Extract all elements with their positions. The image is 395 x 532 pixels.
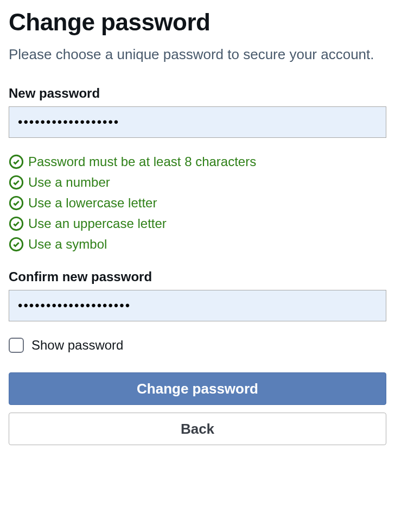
requirement-text: Password must be at least 8 characters: [28, 154, 256, 169]
requirement-text: Use a symbol: [28, 237, 107, 252]
show-password-label[interactable]: Show password: [31, 338, 123, 353]
requirement-item: Use a lowercase letter: [9, 195, 386, 211]
requirement-item: Use a number: [9, 175, 386, 190]
requirement-text: Use a number: [28, 175, 110, 190]
change-password-button[interactable]: Change password: [9, 372, 386, 405]
confirm-password-input[interactable]: [9, 290, 386, 321]
requirement-item: Use an uppercase letter: [9, 216, 386, 231]
page-title: Change password: [9, 9, 386, 36]
check-circle-icon: [9, 216, 24, 231]
password-requirements: Password must be at least 8 characters U…: [9, 154, 386, 252]
show-password-checkbox[interactable]: [9, 338, 24, 353]
new-password-input[interactable]: [9, 106, 386, 138]
check-circle-icon: [9, 154, 24, 169]
requirement-text: Use an uppercase letter: [28, 216, 167, 231]
new-password-label: New password: [9, 86, 386, 101]
confirm-password-label: Confirm new password: [9, 269, 386, 284]
requirement-item: Use a symbol: [9, 237, 386, 252]
requirement-text: Use a lowercase letter: [28, 195, 157, 211]
check-circle-icon: [9, 237, 24, 252]
page-subtitle: Please choose a unique password to secur…: [9, 45, 386, 64]
check-circle-icon: [9, 195, 24, 211]
check-circle-icon: [9, 175, 24, 190]
requirement-item: Password must be at least 8 characters: [9, 154, 386, 169]
back-button[interactable]: Back: [9, 413, 386, 445]
